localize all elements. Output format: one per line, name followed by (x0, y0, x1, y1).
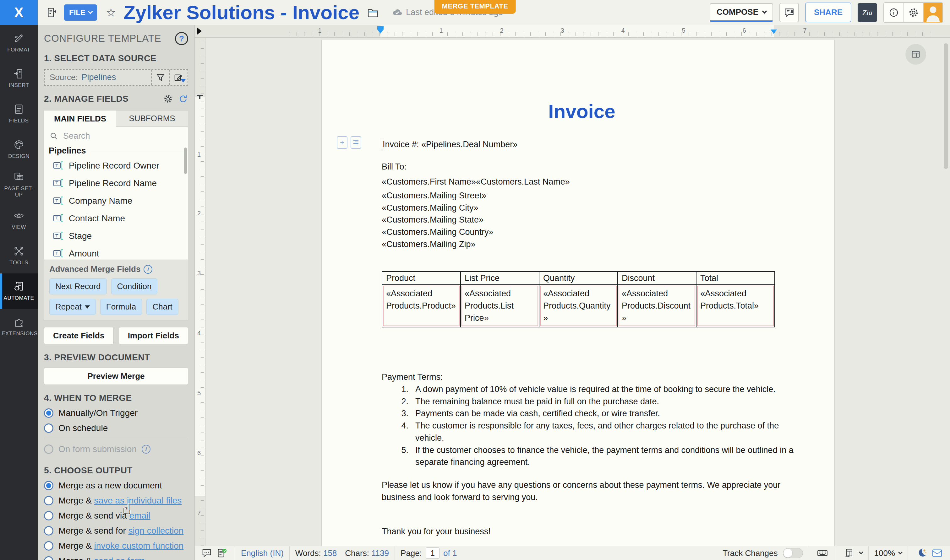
output-option-send-as-form[interactable]: Merge & send as form (44, 556, 188, 560)
sidebar-item-fields[interactable]: FIELDS (0, 96, 38, 132)
track-changes-toggle[interactable] (783, 548, 803, 558)
extensions-icon (13, 316, 25, 328)
avatar[interactable] (923, 3, 942, 22)
sidebar-item-insert[interactable]: INSERT (0, 61, 38, 96)
refresh-icon[interactable] (178, 94, 188, 104)
field-item[interactable]: Company Name (44, 192, 188, 210)
info-icon[interactable]: i (143, 265, 153, 274)
app-logo[interactable]: X (0, 0, 38, 25)
virtual-keyboard-button[interactable] (817, 548, 828, 558)
compose-button[interactable]: COMPOSE (710, 3, 773, 22)
edit-source-button[interactable] (169, 70, 188, 85)
fields-list-scrollbar[interactable] (184, 148, 187, 174)
email-link[interactable]: email (130, 511, 151, 520)
chart-button[interactable]: Chart (147, 299, 179, 315)
output-option-new-document[interactable]: Merge as a new document (44, 481, 188, 491)
left-indent-marker[interactable] (377, 26, 384, 34)
sidebar-item-tools[interactable]: TOOLS (0, 238, 38, 274)
comments-button[interactable] (202, 548, 212, 558)
output-option-custom-function[interactable]: Merge & invoke custom function (44, 541, 188, 551)
tab-subforms[interactable]: SUBFORMS (116, 110, 188, 127)
share-button[interactable]: SHARE (805, 3, 851, 22)
radio-unselected[interactable] (44, 423, 53, 433)
save-individual-files-link[interactable]: save as individual files (94, 495, 182, 505)
radio-selected[interactable] (44, 481, 53, 490)
info-button[interactable] (884, 3, 904, 22)
favorite-star-icon[interactable]: ☆ (106, 7, 116, 18)
address-line: «Customers.Mailing Zip» (382, 238, 494, 251)
filter-button[interactable] (151, 70, 169, 85)
sign-collection-link[interactable]: sign collection (128, 526, 184, 535)
output-option-individual-files[interactable]: Merge & save as individual files (44, 495, 188, 506)
next-record-button[interactable]: Next Record (49, 278, 107, 294)
filter-icon (156, 72, 165, 83)
radio-unselected[interactable] (44, 496, 53, 505)
repeat-button[interactable]: Repeat (49, 299, 96, 315)
gear-icon[interactable] (163, 94, 173, 104)
right-indent-marker[interactable] (771, 29, 777, 34)
comment-notification-button[interactable] (779, 3, 799, 22)
settings-button[interactable] (904, 3, 923, 22)
products-merge-table: Product List Price Quantity Discount Tot… (382, 271, 775, 328)
address-line: «Customers.Mailing Country» (382, 226, 494, 238)
folder-icon[interactable] (367, 7, 379, 18)
data-source-box[interactable]: Source: Pipelines (44, 69, 188, 86)
document-page[interactable]: Invoice + Invoice #: «Pipelines.Deal Num… (322, 40, 834, 546)
document-switcher-icon[interactable] (46, 7, 57, 18)
feedback-mail-button[interactable] (932, 548, 942, 558)
radio-selected[interactable] (44, 408, 53, 418)
send-as-form-link[interactable]: send as form (94, 556, 145, 560)
help-button[interactable]: ? (175, 32, 188, 45)
term-item: 4.The customer is responsible for any ta… (397, 420, 805, 444)
page-number-input[interactable]: 1 (426, 548, 440, 559)
output-option-email[interactable]: Merge & send via email (44, 511, 188, 521)
sidebar-item-page-setup[interactable]: PAGE SET-UP (0, 167, 38, 203)
thank-you-line: Thank you for your business! (382, 525, 491, 538)
radio-unselected[interactable] (44, 511, 53, 520)
sidebar-item-design[interactable]: DESIGN (0, 132, 38, 167)
words-count[interactable]: 158 (323, 548, 337, 558)
field-item[interactable]: Stage (44, 227, 188, 245)
field-item[interactable]: Pipeline Record Owner (44, 157, 188, 175)
customer-address-block: «Customers.Mailing Street» «Customers.Ma… (382, 189, 494, 251)
proofing-status-button[interactable] (217, 548, 227, 558)
field-item[interactable]: Pipeline Record Name (44, 175, 188, 192)
formula-button[interactable]: Formula (100, 299, 142, 315)
import-fields-button[interactable]: Import Fields (119, 327, 188, 345)
night-mode-button[interactable] (916, 548, 927, 558)
chevron-down-icon[interactable] (859, 550, 863, 554)
field-item[interactable]: Contact Name (44, 210, 188, 227)
tab-stop-selector-icon[interactable] (197, 28, 202, 35)
create-fields-button[interactable]: Create Fields (44, 327, 114, 345)
page-layout-float-button[interactable] (905, 44, 926, 65)
search-input[interactable] (63, 131, 167, 141)
sidebar-item-view[interactable]: VIEW (0, 203, 38, 238)
sidebar-item-extensions[interactable]: EXTENSIONS (0, 309, 38, 345)
info-icon[interactable]: i (142, 445, 151, 454)
sidebar-item-automate[interactable]: AUTOMATE (0, 274, 38, 309)
zia-assistant-button[interactable]: Zia (857, 3, 877, 22)
language-selector[interactable]: English (IN) (241, 548, 284, 558)
radio-unselected[interactable] (44, 556, 53, 560)
when-option-manual[interactable]: Manually/On Trigger (44, 408, 188, 418)
when-option-schedule[interactable]: On schedule (44, 423, 188, 433)
field-item[interactable]: Amount (44, 245, 188, 260)
document-scrollbar[interactable] (944, 43, 948, 169)
file-menu-button[interactable]: FILE (64, 5, 97, 21)
status-bar: English (IN) Words: 158 Chars: 1139 Page… (195, 546, 950, 560)
preview-merge-button[interactable]: Preview Merge (44, 368, 188, 385)
chars-count[interactable]: 1139 (371, 548, 389, 558)
condition-button[interactable]: Condition (111, 278, 158, 294)
top-margin-marker[interactable] (197, 95, 203, 96)
output-option-sign-collection[interactable]: Merge & send for sign collection (44, 526, 188, 536)
paragraph-options-icon[interactable] (351, 136, 361, 149)
radio-unselected[interactable] (44, 526, 53, 535)
document-title[interactable]: Zylker Solutions - Invoice (123, 3, 359, 22)
sidebar-item-format[interactable]: FORMAT (0, 25, 38, 61)
page-view-button[interactable] (844, 548, 854, 558)
radio-unselected[interactable] (44, 541, 53, 551)
add-block-icon[interactable]: + (337, 136, 347, 149)
tab-main-fields[interactable]: MAIN FIELDS (44, 110, 116, 127)
zoom-selector[interactable]: 100% (874, 548, 902, 558)
invoke-custom-function-link[interactable]: invoke custom function (94, 541, 184, 551)
